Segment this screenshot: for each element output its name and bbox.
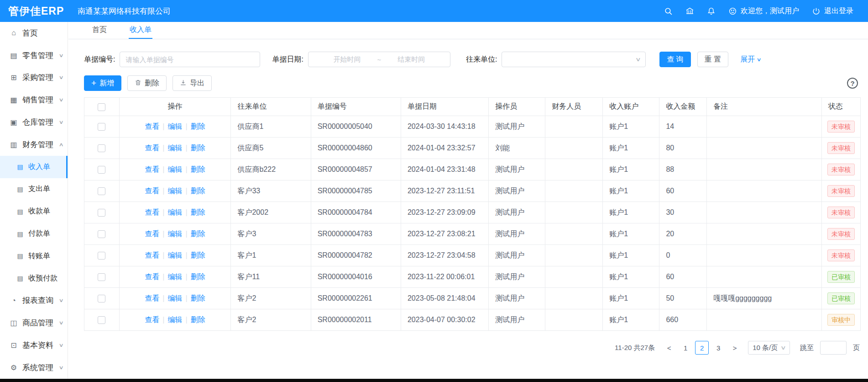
row-checkbox[interactable] xyxy=(98,209,105,217)
action-view-link[interactable]: 查看 xyxy=(145,251,159,259)
cell-number: SR00000004016 xyxy=(311,266,401,288)
bottom-strip xyxy=(0,379,868,382)
page-size-select[interactable]: 10 条/页∨ xyxy=(748,341,790,355)
sidebar-item-purchase[interactable]: ⊞采购管理∨ xyxy=(0,67,68,89)
action-delete-link[interactable]: 删除 xyxy=(191,187,205,195)
action-view-link[interactable]: 查看 xyxy=(145,208,159,216)
action-edit-link[interactable]: 编辑 xyxy=(168,144,183,152)
action-edit-link[interactable]: 编辑 xyxy=(168,251,183,259)
welcome-user[interactable]: 欢迎您，测试用户 xyxy=(728,6,799,16)
sidebar-item-home[interactable]: ⌂首页 xyxy=(0,22,68,44)
search-icon[interactable] xyxy=(664,7,673,16)
bank-icon[interactable] xyxy=(685,7,694,16)
jump-page-input[interactable] xyxy=(820,341,847,355)
action-delete-link[interactable]: 删除 xyxy=(191,316,205,324)
row-checkbox[interactable] xyxy=(98,123,105,131)
row-checkbox[interactable] xyxy=(98,166,105,174)
row-actions-cell: 查看|编辑|删除 xyxy=(119,245,231,266)
action-delete-link[interactable]: 删除 xyxy=(191,208,205,216)
action-edit-link[interactable]: 编辑 xyxy=(168,208,183,216)
action-view-link[interactable]: 查看 xyxy=(145,230,159,238)
action-edit-link[interactable]: 编辑 xyxy=(168,294,183,302)
sidebar-item-sales[interactable]: ▦销售管理∨ xyxy=(0,89,68,111)
chevron-down-icon: ∨ xyxy=(58,297,63,303)
tab-income-receipt[interactable]: 收入单 xyxy=(129,22,152,39)
sidebar-item-transfer-receipt[interactable]: ▤转账单 xyxy=(0,245,68,267)
bell-icon[interactable] xyxy=(707,7,716,16)
reset-button[interactable]: 重 置 xyxy=(697,52,728,67)
date-range-picker[interactable]: 开始时间 ~ 结束时间 xyxy=(308,52,450,67)
action-edit-link[interactable]: 编辑 xyxy=(168,122,183,130)
sidebar-item-expense-receipt[interactable]: ▤支出单 xyxy=(0,178,68,201)
row-checkbox[interactable] xyxy=(98,273,105,281)
company-name: 南通某某网络科技有限公司 xyxy=(78,6,171,16)
action-view-link[interactable]: 查看 xyxy=(145,273,159,281)
action-view-link[interactable]: 查看 xyxy=(145,144,159,152)
row-checkbox[interactable] xyxy=(98,187,105,195)
delete-button[interactable]: 删除 xyxy=(127,75,167,91)
sidebar-item-goods[interactable]: ◫商品管理∨ xyxy=(0,312,68,334)
pagination-page-2[interactable]: 2 xyxy=(695,341,709,355)
action-delete-link[interactable]: 删除 xyxy=(191,144,205,152)
action-delete-link[interactable]: 删除 xyxy=(191,165,205,173)
action-view-link[interactable]: 查看 xyxy=(145,165,159,173)
status-badge: 未审核 xyxy=(827,249,855,261)
action-view-link[interactable]: 查看 xyxy=(145,122,159,130)
search-button[interactable]: 查 询 xyxy=(659,52,690,67)
action-edit-link[interactable]: 编辑 xyxy=(168,316,183,324)
add-button[interactable]: +新增 xyxy=(84,75,121,91)
row-checkbox[interactable] xyxy=(98,230,105,238)
select-all-checkbox[interactable] xyxy=(98,103,105,111)
action-edit-link[interactable]: 编辑 xyxy=(168,165,183,173)
cell-status: 已审核 xyxy=(821,266,860,288)
status-badge: 未审核 xyxy=(827,185,855,197)
logout-button[interactable]: 退出登录 xyxy=(812,6,853,16)
cell-account: 账户1 xyxy=(603,202,659,223)
action-view-link[interactable]: 查看 xyxy=(145,294,159,302)
sidebar-item-prepaid-receipt[interactable]: ▤收预付款 xyxy=(0,267,68,290)
cell-date: 2024-01-04 23:32:57 xyxy=(401,138,488,159)
bill-number-input[interactable] xyxy=(120,52,260,67)
action-delete-link[interactable]: 删除 xyxy=(191,294,205,302)
action-edit-link[interactable]: 编辑 xyxy=(168,187,183,195)
row-checkbox[interactable] xyxy=(98,144,105,152)
sidebar-item-income-receipt[interactable]: ▤收入单 xyxy=(0,156,68,178)
row-checkbox[interactable] xyxy=(98,295,105,302)
row-checkbox[interactable] xyxy=(98,252,105,260)
table-row: 查看|编辑|删除客户3SR000000047832023-12-27 23:08… xyxy=(84,223,861,245)
action-edit-link[interactable]: 编辑 xyxy=(168,230,183,238)
column-header-5: 财务人员 xyxy=(545,98,603,116)
export-button[interactable]: 导出 xyxy=(173,75,212,91)
sidebar-item-payment-receipt[interactable]: ▤付款单 xyxy=(0,223,68,245)
cell-operator: 测试用户 xyxy=(489,159,545,180)
action-delete-link[interactable]: 删除 xyxy=(191,122,205,130)
sidebar-item-basic-data[interactable]: ⊡基本资料∨ xyxy=(0,334,68,356)
help-icon[interactable]: ? xyxy=(847,78,858,89)
partner-select[interactable]: ∨ xyxy=(502,52,646,67)
action-delete-link[interactable]: 删除 xyxy=(191,230,205,238)
pagination-prev-icon[interactable]: < xyxy=(662,341,676,355)
row-checkbox[interactable] xyxy=(98,316,105,324)
sidebar-item-collection-receipt[interactable]: ▤收款单 xyxy=(0,200,68,223)
chevron-down-icon: ∨ xyxy=(58,365,63,371)
tab-home[interactable]: 首页 xyxy=(91,22,108,39)
action-delete-link[interactable]: 删除 xyxy=(191,273,205,281)
sidebar-item-reports[interactable]: ◔报表查询∨ xyxy=(0,290,68,312)
status-badge: 未审核 xyxy=(827,142,855,154)
sidebar-item-warehouse[interactable]: ▣仓库管理∨ xyxy=(0,111,68,133)
sidebar-item-retail[interactable]: ▤零售管理∨ xyxy=(0,44,68,67)
pagination-page-1[interactable]: 1 xyxy=(679,341,692,355)
expand-link[interactable]: 展开∨ xyxy=(740,55,761,64)
cell-finance-staff xyxy=(545,138,603,159)
action-view-link[interactable]: 查看 xyxy=(145,187,159,195)
cell-partner: 供应商b222 xyxy=(231,159,311,180)
pagination-page-3[interactable]: 3 xyxy=(711,341,725,355)
action-separator: | xyxy=(162,294,164,302)
sidebar-item-finance[interactable]: ▥财务管理∧ xyxy=(0,133,68,156)
action-edit-link[interactable]: 编辑 xyxy=(168,273,183,281)
cell-partner: 客户2 xyxy=(231,309,311,331)
sidebar-item-system[interactable]: ⚙系统管理∨ xyxy=(0,356,68,379)
pagination-next-icon[interactable]: > xyxy=(728,341,742,355)
action-view-link[interactable]: 查看 xyxy=(145,316,159,324)
action-delete-link[interactable]: 删除 xyxy=(191,251,205,259)
